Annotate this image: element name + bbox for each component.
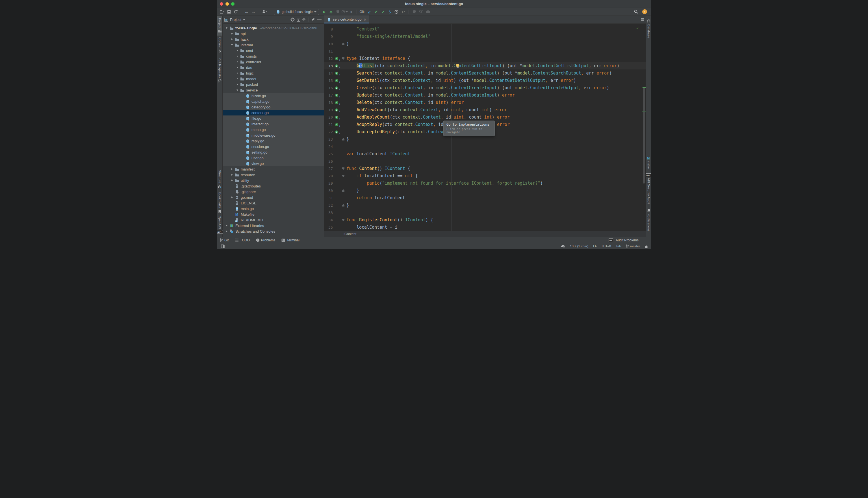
tree-item-manifest[interactable]: manifest [223,166,324,172]
status-tab[interactable]: Tab [616,245,621,248]
tree-item--gitignore[interactable]: .gitignore [223,189,324,195]
code-line-25[interactable]: 25var localContent IContent [324,150,646,158]
tree-item-utility[interactable]: utility [223,178,324,183]
fold-start-icon[interactable] [340,175,346,177]
chevron-right-icon[interactable] [224,231,229,232]
rollback-icon[interactable]: ↩ [400,9,406,15]
tree-item-resource[interactable]: resource [223,172,324,178]
implemented-gutter-icon[interactable]: I↓ [333,101,340,104]
tree-item-logic[interactable]: logic [223,70,324,76]
cloud-gear-status[interactable] [561,245,565,248]
code-line-35[interactable]: 35localContent = i [324,224,646,231]
tree-item-captcha-go[interactable]: captcha.go [223,99,324,104]
shield-icon[interactable] [411,9,417,15]
chevron-right-icon[interactable] [235,83,240,85]
tree-item-consts[interactable]: consts [223,53,324,59]
code-line-33[interactable]: 33 [324,209,646,216]
chevron-down-icon[interactable] [243,19,245,20]
chevron-right-icon[interactable] [230,33,234,35]
implemented-gutter-icon[interactable]: I↓ [333,79,340,82]
status-13-7-1-char-[interactable]: 13:7 (1 char) [570,245,588,248]
toolwindow-button-problems[interactable]: Problems [256,238,276,242]
tool-stripe-notifications[interactable]: Notifications [646,206,651,233]
toolwindow-button-todo[interactable]: TODO [235,238,250,242]
tree-item-interact-go[interactable]: interact.go [223,121,324,127]
tool-window-switcher-icon[interactable] [220,243,226,249]
code-line-23[interactable]: 23} [324,135,646,143]
code-line-15[interactable]: 15I↓GetDetail(ctx context.Context, id ui… [324,77,646,84]
code-editor[interactable]: 8"context"9"focus-single/internal/model"… [324,24,646,231]
code-line-9[interactable]: 9"focus-single/internal/model" [324,33,646,40]
user-profile-icon[interactable] [261,9,268,15]
code-line-16[interactable]: 16I↓Create(ctx context.Context, in model… [324,84,646,91]
update-badge-icon[interactable]: ↑ [642,9,647,14]
merge-icon[interactable] [386,9,393,15]
toolwindow-button-terminal[interactable]: Terminal [281,238,299,242]
tree-item-focus-single[interactable]: focus-single~/Workspace/Go/GOPATH/src/gi… [223,25,324,31]
status-master[interactable]: master [626,245,640,248]
tree-item-content-go[interactable]: content.go [223,110,324,116]
tree-item-reply-go[interactable]: reply.go [223,138,324,144]
update-project-icon[interactable]: ↙ [366,9,372,15]
hide-icon[interactable]: — [317,17,322,23]
back-icon[interactable]: ← [244,9,250,15]
breadcrumb-item[interactable]: IContent [344,232,356,236]
code-line-32[interactable]: 32} [324,201,646,209]
chevron-right-icon[interactable] [230,38,234,40]
tree-item-external-libraries[interactable]: External Libraries [223,223,324,228]
code-line-19[interactable]: 19I↓AddViewCount(ctx context.Context, id… [324,106,646,114]
forward-icon[interactable]: → [250,9,257,15]
implemented-gutter-icon[interactable]: I↓ [333,123,340,126]
tree-item-packed[interactable]: packed [223,82,324,87]
tree-item--gitattributes[interactable]: .gitattributes [223,183,324,189]
tree-item-user-go[interactable]: user.go [223,155,324,161]
implemented-gutter-icon[interactable]: I↓ [333,64,340,67]
open-folder-icon[interactable] [219,9,225,15]
profiler-icon[interactable] [341,9,347,15]
code-line-8[interactable]: 8"context" [324,25,646,33]
chevron-right-icon[interactable] [230,168,234,170]
tree-item-menu-go[interactable]: menu.go [223,127,324,132]
run-icon[interactable]: ▶ [321,9,327,15]
run-configuration-select[interactable]: go build focus-single [274,9,319,15]
chevron-right-icon[interactable] [230,180,234,181]
tree-item-session-go[interactable]: session.go [223,144,324,149]
tool-stripe-api-security-audit[interactable]: API Security Audit/API [646,171,651,206]
tree-item-cmd[interactable]: cmd [223,48,324,53]
tool-stripe-commit[interactable]: Commit [217,36,222,56]
cloud-icon[interactable] [425,9,431,15]
tree-item-controller[interactable]: controller [223,59,324,65]
chevron-right-icon[interactable] [235,72,240,74]
editor-scrollbar[interactable] [643,88,645,184]
chevron-right-icon[interactable] [235,78,240,80]
tree-item-category-go[interactable]: category.go [223,104,324,110]
chevron-down-icon[interactable] [235,90,240,91]
chevron-right-icon[interactable] [235,67,240,68]
tree-item-bizctx-go[interactable]: bizctx.go [223,93,324,99]
chevron-right-icon[interactable] [235,61,240,63]
implemented-gutter-icon[interactable]: I↓ [333,72,340,75]
chevron-right-icon[interactable] [235,50,240,51]
tool-stripe-pull-requests[interactable]: Pull Requests [217,56,222,85]
history-icon[interactable] [393,9,399,15]
stop-icon[interactable]: ■ [348,9,354,15]
gear-icon[interactable] [311,17,317,23]
tab-service-content-go[interactable]: service/content.go ✕ [324,15,369,24]
tool-stripe-structure[interactable]: Structure [217,168,222,191]
tree-item-api[interactable]: api [223,31,324,36]
tool-stripe-make[interactable]: makeM [646,154,651,171]
toolwindow-button-audit-problems[interactable]: /APAudit Problems [609,238,639,242]
unlock-status[interactable] [645,245,648,248]
fold-end-icon[interactable] [340,189,346,192]
code-line-17[interactable]: 17I↓Update(ctx context.Context, in model… [324,91,646,99]
chevron-down-icon[interactable] [224,27,229,29]
close-icon[interactable]: ✕ [363,18,367,22]
tool-stripe-openapi[interactable]: OpenAPI/API [217,214,222,236]
code-line-13[interactable]: 13I↓GetList(ctx context.Context, in mode… [324,62,646,69]
fold-end-icon[interactable] [340,204,346,207]
code-line-24[interactable]: 24 [324,143,646,150]
code-line-29[interactable]: 29panic("implement not found for interfa… [324,180,646,187]
implemented-gutter-icon[interactable]: I↓ [333,94,340,97]
tree-item-dao[interactable]: dao [223,65,324,70]
tree-item-main-go[interactable]: main.go [223,206,324,211]
